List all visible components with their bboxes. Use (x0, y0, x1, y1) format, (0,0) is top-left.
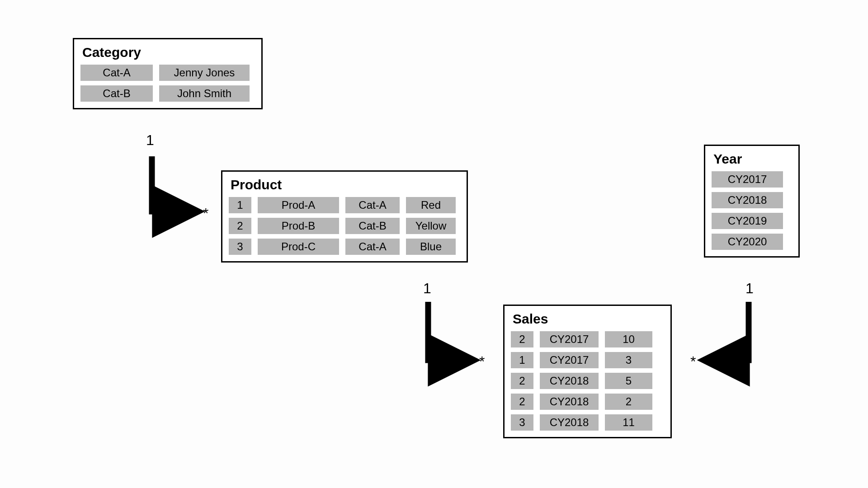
entity-rows: 1 Prod-A Cat-A Red 2 Prod-B Cat-B Yellow… (229, 197, 460, 255)
entity-sales: Sales 2 CY2017 10 1 CY2017 3 2 CY2018 5 … (503, 305, 672, 438)
entity-product: Product 1 Prod-A Cat-A Red 2 Prod-B Cat-… (221, 170, 468, 263)
cell: CY2018 (712, 192, 783, 208)
cardinality-label: * (203, 205, 208, 222)
cell: CY2017 (540, 352, 599, 368)
table-row: 3 CY2018 11 (511, 414, 664, 431)
cell: Yellow (406, 218, 456, 234)
table-row: 1 CY2017 3 (511, 352, 664, 368)
cell: 3 (229, 239, 251, 255)
entity-title: Sales (513, 311, 662, 327)
cardinality-label: * (479, 353, 485, 370)
cell: 3 (605, 352, 652, 368)
table-row: 3 Prod-C Cat-A Blue (229, 239, 460, 255)
table-row: 2 CY2018 2 (511, 394, 664, 410)
cell: Jenny Jones (159, 65, 250, 81)
cell: CY2017 (540, 331, 599, 347)
cell: 2 (605, 394, 652, 410)
cell: Red (406, 197, 456, 213)
table-row: 2 Prod-B Cat-B Yellow (229, 218, 460, 234)
table-row: CY2019 (712, 213, 792, 229)
entity-title: Category (82, 45, 253, 60)
entity-rows: 2 CY2017 10 1 CY2017 3 2 CY2018 5 2 CY20… (511, 331, 664, 431)
cell: 2 (511, 331, 533, 347)
cell: 1 (511, 352, 533, 368)
table-row: 2 CY2017 10 (511, 331, 664, 347)
cell: Cat-B (345, 218, 400, 234)
cell: Prod-C (258, 239, 339, 255)
cell: CY2018 (540, 394, 599, 410)
cardinality-label: 1 (745, 280, 754, 297)
diagram-canvas: Category Cat-A Jenny Jones Cat-B John Sm… (0, 0, 868, 488)
cardinality-label: 1 (423, 280, 431, 297)
cell: CY2017 (712, 171, 783, 188)
cardinality-label: * (690, 353, 696, 370)
cell: Cat-A (80, 65, 153, 81)
cell: 2 (511, 394, 533, 410)
cell: 1 (229, 197, 251, 213)
table-row: CY2018 (712, 192, 792, 208)
cell: Prod-B (258, 218, 339, 234)
cell: Cat-A (345, 197, 400, 213)
table-row: Cat-A Jenny Jones (80, 65, 255, 81)
cell: 3 (511, 414, 533, 431)
entity-rows: Cat-A Jenny Jones Cat-B John Smith (80, 65, 255, 102)
entity-title: Product (231, 177, 458, 192)
table-row: CY2017 (712, 171, 792, 188)
entity-year: Year CY2017 CY2018 CY2019 CY2020 (704, 145, 800, 258)
table-row: 2 CY2018 5 (511, 373, 664, 389)
cell: Prod-A (258, 197, 339, 213)
cardinality-label: 1 (146, 132, 154, 149)
cell: 2 (229, 218, 251, 234)
entity-title: Year (713, 151, 790, 167)
cell: 11 (605, 414, 652, 431)
entity-category: Category Cat-A Jenny Jones Cat-B John Sm… (73, 38, 263, 109)
cell: 2 (511, 373, 533, 389)
entity-rows: CY2017 CY2018 CY2019 CY2020 (712, 171, 792, 250)
cell: Cat-A (345, 239, 400, 255)
cell: 5 (605, 373, 652, 389)
table-row: Cat-B John Smith (80, 85, 255, 102)
cell: CY2019 (712, 213, 783, 229)
cell: Blue (406, 239, 456, 255)
table-row: CY2020 (712, 234, 792, 250)
cell: Cat-B (80, 85, 153, 102)
cell: 10 (605, 331, 652, 347)
cell: John Smith (159, 85, 250, 102)
table-row: 1 Prod-A Cat-A Red (229, 197, 460, 213)
cell: CY2020 (712, 234, 783, 250)
cell: CY2018 (540, 414, 599, 431)
cell: CY2018 (540, 373, 599, 389)
